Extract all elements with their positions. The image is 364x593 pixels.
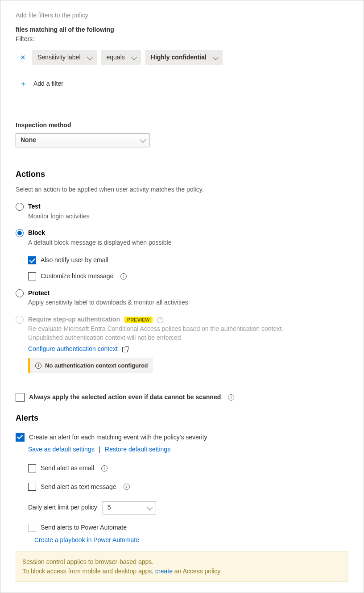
chevron-down-icon <box>140 137 146 143</box>
footer-create-link[interactable]: create <box>155 568 173 575</box>
filter-value-dropdown[interactable]: Highly confidential <box>145 50 223 65</box>
filter-field-value: Sensitivity label <box>37 53 81 62</box>
send-text-checkbox[interactable] <box>28 483 36 491</box>
info-icon[interactable]: i <box>120 273 127 280</box>
send-text-label: Send alert as text message <box>41 483 116 492</box>
configure-auth-context-link[interactable]: Configure authentication context <box>28 345 118 352</box>
filter-operator-value: equals <box>107 53 125 62</box>
save-default-link[interactable]: Save as default settings <box>28 446 95 453</box>
always-apply-checkbox[interactable] <box>16 393 25 402</box>
create-alert-row: Create an alert for each matching event … <box>16 433 348 442</box>
policy-form-panel: Add file filters to the policy files mat… <box>0 0 364 593</box>
alerts-heading: Alerts <box>16 413 348 424</box>
session-control-note: Session control applies to browser-based… <box>16 551 348 582</box>
action-protect-row: Protect Apply sensitivity label to downl… <box>16 289 348 307</box>
external-link-icon <box>122 347 128 352</box>
action-protect-title: Protect <box>28 289 188 298</box>
info-icon[interactable]: i <box>124 484 130 490</box>
customize-block-checkbox[interactable] <box>28 272 36 280</box>
action-stepup-radio <box>16 316 24 324</box>
notify-email-row: Also notify user by email <box>28 256 348 265</box>
create-alert-checkbox[interactable] <box>16 433 25 442</box>
power-automate-label: Send alerts to Power Automate <box>41 523 127 532</box>
action-stepup-title: Require step-up authentication <box>28 316 120 323</box>
customize-block-label: Customize block message <box>41 272 113 281</box>
filter-operator-dropdown[interactable]: equals <box>101 50 141 65</box>
remove-filter-button[interactable]: ✕ <box>18 53 28 62</box>
action-protect-radio[interactable] <box>16 289 24 297</box>
filter-row: ✕ Sensitivity label equals Highly confid… <box>18 50 348 65</box>
footer-line2b: an Access policy <box>173 568 220 575</box>
action-stepup-sub: Re-evaluate Microsoft Entra Conditional … <box>28 325 305 342</box>
file-filters-intro: Add file filters to the policy <box>16 11 348 20</box>
no-auth-context-text: No authentication context configured <box>45 362 148 370</box>
chevron-down-icon <box>131 54 137 60</box>
action-stepup-row: Require step-up authentication PREVIEW i… <box>16 315 348 374</box>
info-icon: i <box>35 363 41 369</box>
action-protect-sub: Apply sensitivity label to downloads & m… <box>28 298 188 307</box>
customize-block-row: Customize block message i <box>28 272 348 281</box>
inspection-method-value: None <box>21 136 36 145</box>
daily-limit-row: Daily alert limit per policy 5 <box>28 501 348 514</box>
action-block-sub: A default block message is displayed whe… <box>28 238 171 247</box>
daily-limit-label: Daily alert limit per policy <box>28 503 97 512</box>
chevron-down-icon <box>87 54 93 60</box>
daily-limit-value: 5 <box>108 503 111 512</box>
inspection-method-select[interactable]: None <box>16 133 149 147</box>
action-test-row: Test Monitor login activities <box>16 202 348 221</box>
send-email-row: Send alert as email i <box>28 464 348 473</box>
notify-email-label: Also notify user by email <box>41 256 108 265</box>
separator: | <box>99 446 101 453</box>
chevron-down-icon <box>212 54 219 60</box>
actions-intro: Select an action to be applied when user… <box>16 185 348 194</box>
filters-label: Filters: <box>16 35 348 44</box>
actions-heading: Actions <box>16 169 348 180</box>
action-test-title: Test <box>28 202 90 211</box>
send-email-checkbox[interactable] <box>28 464 36 472</box>
power-automate-row: Send alerts to Power Automate <box>28 523 348 532</box>
create-alert-label: Create an alert for each matching event … <box>29 433 207 442</box>
info-icon[interactable]: i <box>157 317 163 323</box>
action-test-sub: Monitor login activities <box>28 212 90 221</box>
notify-email-checkbox[interactable] <box>28 256 36 264</box>
action-block-radio[interactable] <box>16 229 24 237</box>
add-filter-label: Add a filter <box>33 79 63 88</box>
inspection-method-label: Inspection method <box>16 121 348 130</box>
always-apply-row: Always apply the selected action even if… <box>16 393 348 402</box>
send-email-label: Send alert as email <box>41 464 94 473</box>
daily-limit-select[interactable]: 5 <box>103 501 156 514</box>
restore-default-link[interactable]: Restore default settings <box>105 446 170 453</box>
action-block-row: Block A default block message is display… <box>16 229 348 247</box>
info-icon[interactable]: i <box>228 394 234 401</box>
filter-field-dropdown[interactable]: Sensitivity label <box>32 50 97 65</box>
preview-badge: PREVIEW <box>124 317 153 323</box>
footer-line2a: To block access from mobile and desktop … <box>22 568 155 575</box>
action-test-radio[interactable] <box>16 203 24 211</box>
action-block-title: Block <box>28 229 171 238</box>
send-text-row: Send alert as text message i <box>28 483 348 492</box>
chevron-down-icon <box>146 504 153 510</box>
create-playbook-link[interactable]: Create a playbook in Power Automate <box>34 536 139 543</box>
info-icon[interactable]: i <box>101 465 108 472</box>
filters-matching-label: files matching all of the following <box>16 25 348 34</box>
filter-value-text: Highly confidential <box>151 53 207 62</box>
footer-line1: Session control applies to browser-based… <box>22 557 342 567</box>
plus-icon: ＋ <box>19 78 27 89</box>
power-automate-checkbox[interactable] <box>28 524 36 532</box>
no-auth-context-warning: i No authentication context configured <box>28 358 153 373</box>
add-filter-button[interactable]: ＋ Add a filter <box>19 78 348 89</box>
always-apply-label: Always apply the selected action even if… <box>29 393 221 402</box>
